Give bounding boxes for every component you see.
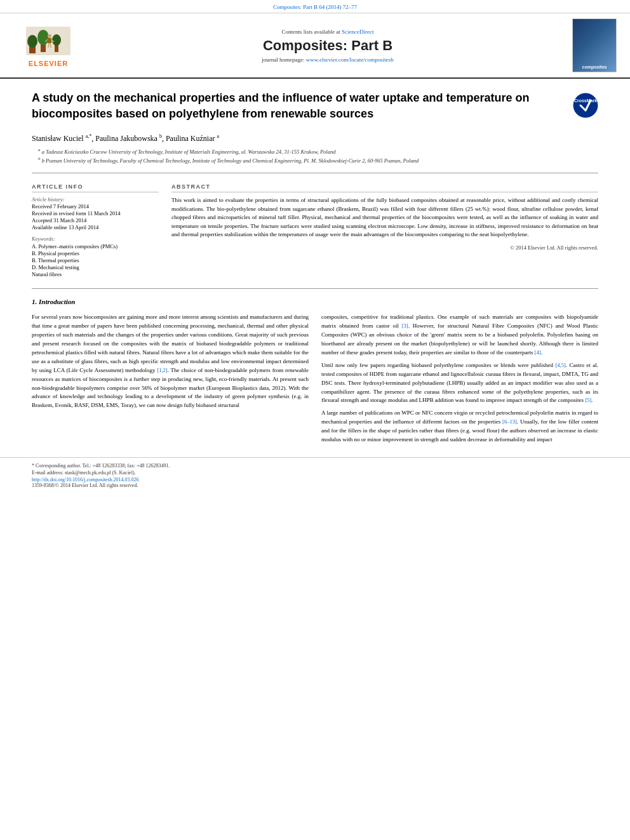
article-info-header: ARTICLE INFO [32, 183, 159, 192]
abstract-col: ABSTRACT This work is aimed to evaluate … [171, 183, 598, 278]
affiliation-1: a a Tadeusz Kościuszko Cracow University… [32, 147, 598, 155]
svg-point-7 [48, 34, 51, 38]
intro-header: 1. Introduction [0, 294, 630, 307]
journal-title: Composites: Part B [263, 37, 392, 54]
elsevier-brand: ELSEVIER [23, 23, 74, 67]
article-info-col: ARTICLE INFO Article history: Received 7… [32, 183, 159, 278]
intro-right-text-1: composites, competitive for traditional … [321, 313, 598, 357]
keyword-1: A. Polymer–matrix composites (PMCs) [32, 243, 159, 250]
keyword-4: D. Mechanical testing [32, 264, 159, 270]
intro-right-text-2: Until now only few papers regarding biob… [321, 361, 598, 406]
keyword-3: B. Thermal properties [32, 257, 159, 263]
email-note: E-mail address: stask@mech.pk.edu.pl (S.… [32, 470, 598, 476]
page-wrapper: Composites: Part B 64 (2014) 72–77 [0, 0, 630, 840]
author-kuciel-sup: a,* [86, 133, 92, 139]
elsevier-tree-icon [23, 23, 74, 58]
intro-body: For several years now biocomposites are … [0, 307, 630, 455]
journal-homepage-link[interactable]: www.elsevier.com/locate/compositesb [306, 57, 394, 63]
copyright-line: © 2014 Elsevier Ltd. All rights reserved… [171, 244, 598, 251]
accepted-date: Accepted 31 March 2014 [32, 217, 159, 223]
available-date: Available online 13 April 2014 [32, 224, 159, 230]
received-date: Received 7 February 2014 [32, 203, 159, 210]
section-number-title: 1. Introduction [32, 298, 75, 305]
journal-logo-area: ELSEVIER [10, 18, 86, 72]
abstract-header: ABSTRACT [171, 183, 598, 192]
issn-line: 1359-8368/© 2014 Elsevier Ltd. All right… [32, 483, 598, 488]
footer-area: * Corresponding author. Tel.: +48 126283… [0, 457, 630, 492]
journal-cover-label: composites [582, 65, 607, 69]
corresponding-note: * Corresponding author. Tel.: +48 126283… [32, 463, 598, 469]
article-meta-row: ARTICLE INFO Article history: Received 7… [0, 178, 630, 283]
intro-left-col: For several years now biocomposites are … [32, 313, 309, 448]
divider-2 [32, 288, 598, 289]
svg-rect-8 [48, 38, 51, 43]
journal-header-center: Contents lists available at ScienceDirec… [93, 18, 563, 72]
sciencedirect-link[interactable]: ScienceDirect [342, 29, 373, 35]
svg-point-4 [37, 30, 49, 45]
keyword-5: Natural fibres [32, 271, 159, 277]
journal-header: ELSEVIER Contents lists available at Sci… [0, 13, 630, 79]
history-label: Article history: [32, 196, 159, 203]
intro-left-text: For several years now biocomposites are … [32, 313, 309, 410]
svg-text:CrossMark: CrossMark [574, 98, 597, 103]
svg-point-13 [573, 93, 598, 117]
journal-ref-text: Composites: Part B 64 (2014) 72–77 [273, 4, 357, 10]
journal-homepage-line: journal homepage: www.elsevier.com/locat… [262, 57, 393, 63]
journal-cover-image: composites [572, 18, 617, 72]
intro-right-col: composites, competitive for traditional … [321, 313, 598, 448]
keywords-label: Keywords: [32, 236, 159, 242]
doi-link[interactable]: http://dx.doi.org/10.1016/j.compositesb.… [32, 477, 598, 483]
keyword-2: B. Physical properties [32, 250, 159, 257]
crossmark-badge[interactable]: CrossMark [573, 93, 598, 118]
author-kuzniar-sup: a [217, 133, 220, 139]
revised-date: Received in revised form 11 March 2014 [32, 210, 159, 217]
svg-point-2 [27, 35, 37, 48]
intro-right-text-3: A large number of publications on WPC or… [321, 409, 598, 444]
svg-point-6 [52, 34, 61, 46]
svg-line-11 [48, 43, 49, 48]
journal-ref-line: Composites: Part B 64 (2014) 72–77 [0, 0, 630, 13]
journal-cover-area: composites [569, 18, 620, 72]
sciencedirect-line: Contents lists available at ScienceDirec… [282, 29, 374, 35]
affiliation-2: b b Poznan University of Technology, Fac… [32, 156, 598, 164]
authors-section: Stanisław Kuciel a,*, Paulina Jakubowska… [0, 128, 630, 168]
divider-1 [32, 173, 598, 173]
author-kuciel: Stanisław Kuciel [32, 134, 86, 143]
abstract-text: This work is aimed to evaluate the prope… [171, 196, 598, 239]
article-title-section: A study on the mechanical properties and… [0, 79, 630, 128]
svg-line-12 [50, 43, 51, 48]
affiliations: a a Tadeusz Kościuszko Cracow University… [32, 147, 598, 164]
elsevier-wordmark: ELSEVIER [29, 60, 68, 67]
article-title: A study on the mechanical properties and… [32, 90, 566, 122]
authors-line: Stanisław Kuciel a,*, Paulina Jakubowska… [32, 133, 598, 143]
